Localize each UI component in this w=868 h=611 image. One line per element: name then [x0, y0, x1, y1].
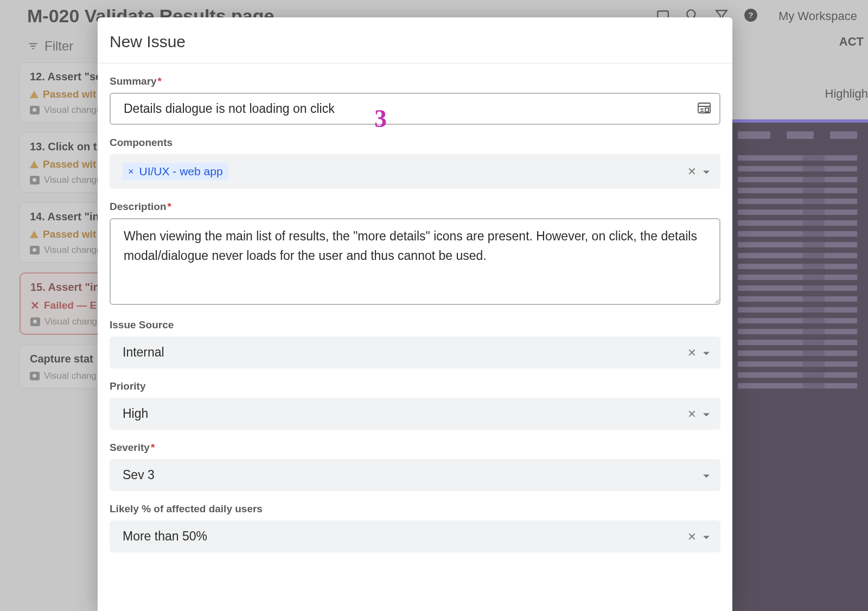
svg-rect-12	[705, 108, 709, 112]
chevron-down-icon[interactable]	[702, 345, 711, 360]
field-summary: Summary*	[110, 75, 720, 125]
clear-icon[interactable]: ✕	[687, 408, 697, 421]
priority-select[interactable]: High ✕	[110, 398, 720, 430]
field-severity: Severity* Sev 3 ✕	[110, 442, 720, 491]
chip-remove-icon[interactable]: ×	[128, 166, 134, 177]
severity-label: Severity*	[110, 442, 720, 454]
priority-value: High	[123, 406, 148, 421]
new-issue-modal: New Issue Summary* Components × UI/UX - …	[98, 17, 732, 611]
field-affected-users: Likely % of affected daily users More th…	[110, 503, 720, 552]
chevron-down-icon[interactable]	[702, 529, 711, 544]
chevron-down-icon[interactable]	[702, 468, 711, 482]
field-priority: Priority High ✕	[110, 380, 720, 430]
issue-source-value: Internal	[123, 345, 164, 360]
clear-icon[interactable]: ✕	[687, 165, 697, 178]
clear-icon[interactable]: ✕	[687, 346, 697, 359]
components-label: Components	[110, 137, 720, 149]
field-description: Description*	[110, 201, 720, 307]
components-select[interactable]: × UI/UX - web app ✕	[110, 154, 720, 189]
affected-select[interactable]: More than 50% ✕	[110, 520, 720, 552]
component-chip[interactable]: × UI/UX - web app	[123, 163, 228, 180]
chevron-down-icon[interactable]	[702, 164, 711, 179]
annotation-callout-3: 3	[374, 104, 387, 133]
severity-value: Sev 3	[123, 468, 155, 482]
summary-label: Summary*	[110, 75, 720, 87]
clear-icon[interactable]: ✕	[687, 530, 697, 543]
priority-label: Priority	[110, 380, 720, 392]
affected-label: Likely % of affected daily users	[110, 503, 720, 515]
form-icon[interactable]	[698, 102, 711, 116]
chevron-down-icon[interactable]	[702, 406, 711, 421]
issue-source-select[interactable]: Internal ✕	[110, 336, 720, 368]
issue-source-label: Issue Source	[110, 319, 720, 331]
severity-select[interactable]: Sev 3 ✕	[110, 459, 720, 491]
summary-input[interactable]	[110, 93, 720, 125]
description-label: Description*	[110, 201, 720, 213]
modal-title: New Issue	[110, 33, 720, 51]
description-textarea[interactable]	[110, 218, 720, 305]
affected-value: More than 50%	[123, 529, 207, 544]
field-issue-source: Issue Source Internal ✕	[110, 319, 720, 368]
divider	[98, 63, 732, 63]
chip-label: UI/UX - web app	[139, 165, 223, 178]
field-components: Components × UI/UX - web app ✕	[110, 137, 720, 189]
